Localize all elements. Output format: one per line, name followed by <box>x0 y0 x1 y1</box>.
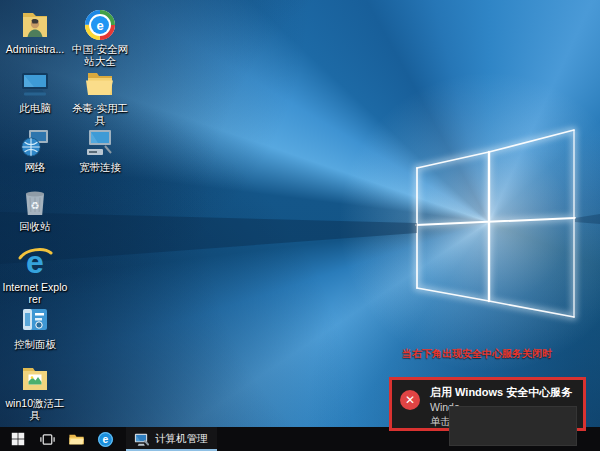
svg-text:e: e <box>102 434 108 445</box>
desktop-icon-control-panel[interactable]: 控制面板 <box>2 303 68 362</box>
desktop-icon-antivirus-tools[interactable]: 杀毒·实用工具 <box>67 67 133 126</box>
icon-label: 宽带连接 <box>67 161 133 173</box>
antivirus-tools-folder-icon <box>83 67 117 101</box>
windows-logo-icon <box>10 431 26 447</box>
icon-label: 中国·安全网站大全 <box>67 43 133 67</box>
control-panel-icon <box>18 303 52 337</box>
computer-management-icon <box>133 431 150 448</box>
task-view-button[interactable] <box>35 427 59 451</box>
icon-label: Administra... <box>2 43 68 55</box>
dark-overlay-box <box>449 406 577 446</box>
desktop-icon-administrator[interactable]: Administra... <box>2 8 68 67</box>
this-pc-icon <box>18 67 52 101</box>
desktop-icon-china-safe-sites[interactable]: e 中国·安全网站大全 <box>67 8 133 67</box>
file-explorer-button[interactable] <box>64 427 88 451</box>
taskbar-app-label: 计算机管理 <box>155 432 208 446</box>
task-view-icon <box>39 431 56 448</box>
error-x-icon: ✕ <box>400 390 420 410</box>
start-button[interactable] <box>6 427 30 451</box>
annotation-hint-text: 当右下角出现安全中心服务关闭时 <box>402 347 592 361</box>
file-explorer-icon <box>68 431 85 448</box>
user-folder-icon <box>18 8 52 42</box>
desktop-icon-this-pc[interactable]: 此电脑 <box>2 67 68 126</box>
icon-label: 回收站 <box>2 220 68 232</box>
desktop-icon-recycle-bin[interactable]: ♻ 回收站 <box>2 185 68 244</box>
svg-text:e: e <box>96 18 103 33</box>
icon-label: 控制面板 <box>2 338 68 350</box>
desktop-icon-column-1: Administra... 此电脑 网络 ♻ <box>2 8 68 421</box>
desktop-icon-broadband[interactable]: 宽带连接 <box>67 126 133 185</box>
desktop-icon-internet-explorer[interactable]: e Internet Explorer <box>2 244 68 303</box>
browser-button[interactable]: e <box>93 427 117 451</box>
taskbar-app-computer-management[interactable]: 计算机管理 <box>126 427 217 451</box>
windows-desktop: Administra... 此电脑 网络 ♻ <box>0 0 600 451</box>
icon-label: Internet Explorer <box>2 281 68 305</box>
icon-label: 网络 <box>2 161 68 173</box>
desktop-icon-column-2: e 中国·安全网站大全 杀毒·实用工具 宽带连接 <box>67 8 133 185</box>
icon-label: win10激活工具 <box>2 397 68 421</box>
network-icon <box>18 126 52 160</box>
internet-explorer-icon: e <box>16 244 54 280</box>
svg-text:♻: ♻ <box>31 200 40 211</box>
icon-label: 杀毒·实用工具 <box>67 102 133 126</box>
toast-title: 启用 Windows 安全中心服务 <box>430 385 580 400</box>
desktop-icon-win10-activation[interactable]: win10激活工具 <box>2 362 68 421</box>
recycle-bin-icon: ♻ <box>18 185 52 219</box>
e-browser-icon: e <box>97 431 114 448</box>
desktop-icon-network[interactable]: 网络 <box>2 126 68 185</box>
win10-activation-folder-icon <box>18 362 52 396</box>
icon-label: 此电脑 <box>2 102 68 114</box>
broadband-connection-icon <box>83 126 117 160</box>
china-safe-sites-icon: e <box>83 8 117 42</box>
